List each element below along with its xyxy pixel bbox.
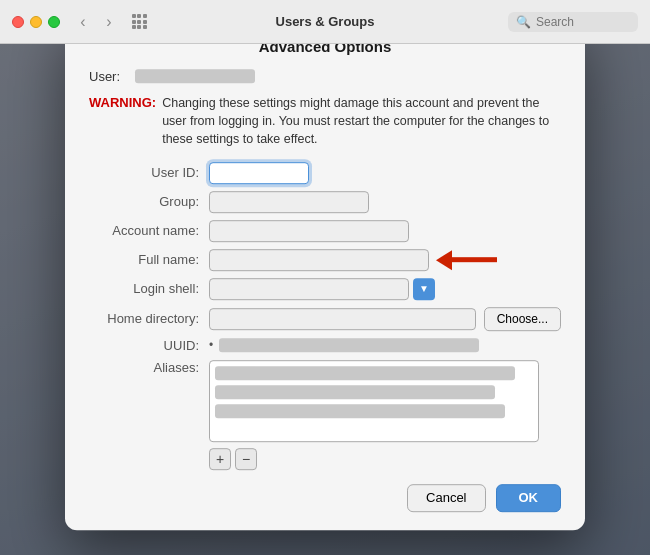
group-input[interactable] (209, 191, 369, 213)
titlebar: ‹ › Users & Groups 🔍 (0, 0, 650, 44)
aliases-label: Aliases: (89, 360, 209, 375)
login-shell-row: Login shell: ▼ (89, 278, 561, 300)
home-directory-row: Home directory: Choose... (89, 307, 561, 331)
uuid-bullet: • (209, 339, 213, 353)
add-alias-button[interactable]: + (209, 448, 231, 470)
user-row: User: (89, 69, 561, 84)
account-name-row: Account name: (89, 220, 561, 242)
back-button[interactable]: ‹ (72, 11, 94, 33)
forward-button[interactable]: › (98, 11, 120, 33)
form-fields: User ID: Group: Account name: Full name: (89, 162, 561, 442)
red-arrow (436, 250, 497, 270)
choose-button[interactable]: Choose... (484, 307, 561, 331)
group-row: Group: (89, 191, 561, 213)
aliases-row: Aliases: (89, 360, 561, 442)
home-directory-label: Home directory: (89, 312, 209, 327)
uuid-value-area: • (209, 339, 479, 353)
ok-button[interactable]: OK (496, 484, 562, 512)
warning-box: WARNING: Changing these settings might d… (89, 94, 561, 148)
search-icon: 🔍 (516, 15, 531, 29)
userid-input[interactable] (209, 162, 309, 184)
home-directory-input[interactable] (209, 308, 476, 330)
add-remove-row: + − (209, 448, 561, 470)
close-button[interactable] (12, 16, 24, 28)
traffic-lights (12, 16, 60, 28)
cancel-button[interactable]: Cancel (407, 484, 485, 512)
modal-footer: Cancel OK (89, 484, 561, 512)
login-shell-label: Login shell: (89, 282, 209, 297)
full-name-label: Full name: (89, 253, 209, 268)
login-shell-dropdown[interactable]: ▼ (413, 278, 435, 300)
userid-label: User ID: (89, 166, 209, 181)
warning-text: Changing these settings might damage thi… (162, 94, 561, 148)
maximize-button[interactable] (48, 16, 60, 28)
nav-buttons: ‹ › (72, 11, 120, 33)
full-name-row: Full name: (89, 249, 561, 271)
window-title: Users & Groups (276, 14, 375, 29)
grid-icon (132, 14, 147, 29)
alias-line-2 (215, 385, 495, 399)
arrow-shaft (452, 258, 497, 263)
background: Advanced Options User: WARNING: Changing… (0, 44, 650, 555)
group-label: Group: (89, 195, 209, 210)
minimize-button[interactable] (30, 16, 42, 28)
alias-line-3 (215, 404, 505, 418)
search-box[interactable]: 🔍 (508, 12, 638, 32)
arrow-head (436, 250, 452, 270)
user-field-label: User: (89, 69, 129, 84)
dialog-title: Advanced Options (89, 44, 561, 55)
aliases-box (209, 360, 539, 442)
grid-view-button[interactable] (128, 11, 150, 33)
full-name-input[interactable] (209, 249, 429, 271)
advanced-options-dialog: Advanced Options User: WARNING: Changing… (65, 44, 585, 530)
login-shell-input[interactable] (209, 278, 409, 300)
warning-label: WARNING: (89, 94, 156, 148)
account-name-label: Account name: (89, 224, 209, 239)
remove-alias-button[interactable]: − (235, 448, 257, 470)
login-shell-field-group: ▼ (209, 278, 435, 300)
userid-row: User ID: (89, 162, 561, 184)
uuid-row: UUID: • (89, 338, 561, 353)
alias-line-1 (215, 366, 515, 380)
account-name-input[interactable] (209, 220, 409, 242)
user-value (135, 69, 255, 83)
search-input[interactable] (536, 15, 630, 29)
uuid-value (219, 339, 479, 353)
uuid-label: UUID: (89, 338, 209, 353)
